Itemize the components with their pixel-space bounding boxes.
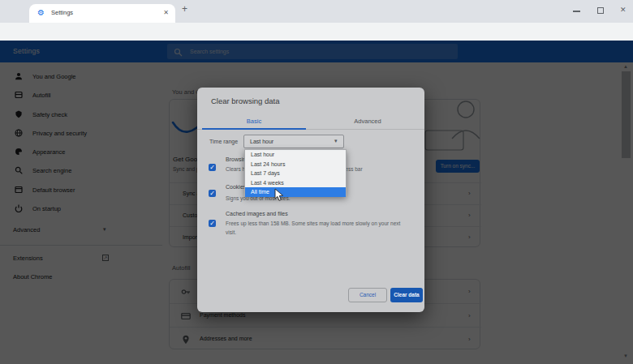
screenshot-root: ⚙ Settings ✕ + ✕ ← → ↻ Chrome chrome://s… xyxy=(0,0,633,364)
select-arrow-icon: ▾ xyxy=(334,138,338,144)
tab-basic[interactable]: Basic xyxy=(197,113,311,130)
checkbox-label: Cached images and files xyxy=(226,211,288,216)
time-range-label: Time range xyxy=(209,139,238,144)
checkbox-cached-images[interactable]: ✓ xyxy=(209,220,216,227)
checkbox-browsing-history[interactable]: ✓ xyxy=(209,164,216,171)
option-last-hour[interactable]: Last hour xyxy=(245,150,346,160)
tab-title: Settings xyxy=(51,9,73,16)
dialog-title: Clear browsing data xyxy=(211,96,280,105)
tab-close-icon[interactable]: ✕ xyxy=(163,9,169,16)
clear-browsing-data-dialog: Clear browsing data Basic Advanced Time … xyxy=(197,88,424,312)
active-tab[interactable]: ⚙ Settings ✕ xyxy=(29,4,175,23)
clear-data-button[interactable]: Clear data xyxy=(390,288,423,302)
mouse-cursor xyxy=(274,188,284,202)
option-all-time[interactable]: All time xyxy=(245,187,346,197)
time-range-dropdown: Last hour Last 24 hours Last 7 days Last… xyxy=(244,149,347,196)
time-range-select[interactable]: Last hour ▾ xyxy=(243,135,344,148)
active-tab-underline xyxy=(202,128,306,130)
cancel-button[interactable]: Cancel xyxy=(348,288,387,302)
settings-gear-favicon: ⚙ xyxy=(37,7,45,19)
option-last-4-weeks[interactable]: Last 4 weeks xyxy=(245,178,346,188)
option-last-24-hours[interactable]: Last 24 hours xyxy=(245,160,346,169)
checkbox-desc: Frees up less than 158 MB. Some sites ma… xyxy=(226,219,411,238)
new-tab-icon[interactable]: + xyxy=(182,3,187,15)
time-range-value: Last hour xyxy=(250,139,273,144)
browser-titlebar: ⚙ Settings ✕ + ✕ xyxy=(0,0,633,23)
maximize-icon[interactable] xyxy=(597,7,604,14)
checkbox-cookies[interactable]: ✓ xyxy=(209,190,216,197)
close-window-icon[interactable]: ✕ xyxy=(620,6,627,14)
tab-advanced[interactable]: Advanced xyxy=(311,113,424,130)
minimize-icon[interactable] xyxy=(573,11,580,12)
option-last-7-days[interactable]: Last 7 days xyxy=(245,169,346,178)
browser-toolbar: ← → ↻ Chrome chrome://settings/clearBrow… xyxy=(0,23,633,41)
